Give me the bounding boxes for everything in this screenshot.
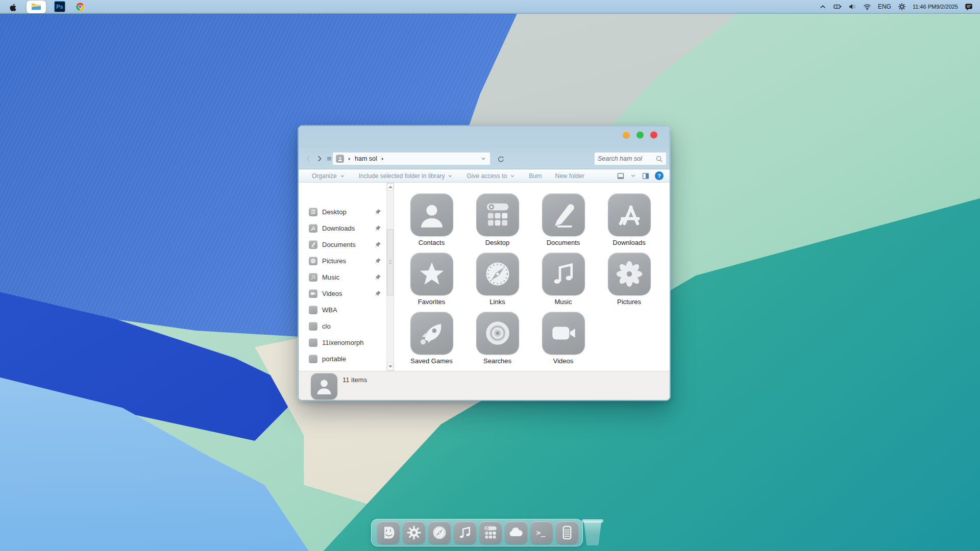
file-item-documents[interactable]: Documents bbox=[530, 193, 596, 253]
menubar-app-chrome[interactable] bbox=[74, 1, 87, 13]
breadcrumb[interactable]: ham sol bbox=[355, 155, 377, 162]
person-icon bbox=[410, 193, 453, 236]
status-bar: 11 items bbox=[299, 371, 670, 400]
file-item-links[interactable]: Links bbox=[464, 253, 530, 312]
view-dropdown-icon[interactable] bbox=[630, 172, 636, 179]
traffic-light-zoom[interactable] bbox=[636, 131, 644, 138]
sidebar-item-videos[interactable]: Videos bbox=[299, 285, 386, 302]
file-item-videos[interactable]: Videos bbox=[530, 312, 596, 371]
dock-item-weather[interactable] bbox=[505, 521, 527, 544]
address-bar[interactable]: ham sol bbox=[332, 152, 491, 165]
folder-icon bbox=[309, 355, 317, 363]
note-icon bbox=[309, 273, 317, 282]
dropdown-chevron-icon bbox=[509, 173, 516, 179]
trash-icon[interactable] bbox=[582, 518, 603, 546]
dock-item-music[interactable] bbox=[454, 521, 476, 544]
settings-icon[interactable] bbox=[898, 3, 906, 11]
sidebar-item-11ixenomorph[interactable]: 11ixenomorph bbox=[299, 334, 386, 350]
dropdown-chevron-icon bbox=[447, 173, 453, 179]
wifi-icon[interactable] bbox=[863, 3, 871, 11]
notifications-icon[interactable] bbox=[965, 3, 973, 11]
compass-icon bbox=[476, 253, 519, 295]
battery-icon[interactable] bbox=[834, 3, 842, 11]
folder-icon bbox=[309, 306, 317, 314]
command-toolbar: OrganizeInclude selected folder in libra… bbox=[299, 169, 670, 183]
sidebar-scrollbar[interactable] bbox=[386, 183, 394, 371]
menubar-app-file-explorer[interactable] bbox=[27, 1, 46, 13]
file-item-favorites[interactable]: Favorites bbox=[399, 253, 464, 312]
pin-icon[interactable] bbox=[375, 290, 381, 297]
address-dropdown-icon[interactable] bbox=[480, 155, 487, 162]
sidebar-item-clo[interactable]: clo bbox=[299, 318, 386, 334]
time: 11:46 PM bbox=[913, 4, 936, 10]
toolbar-button-give-access-to[interactable]: Give access to bbox=[467, 172, 516, 180]
scrollbar-up-arrow[interactable] bbox=[387, 183, 394, 191]
file-item-music[interactable]: Music bbox=[530, 253, 596, 312]
sidebar-item-documents[interactable]: Documents bbox=[299, 236, 386, 253]
refresh-button[interactable] bbox=[495, 153, 506, 164]
pen-icon bbox=[309, 240, 317, 249]
folder-location-icon bbox=[336, 155, 344, 163]
disc-icon bbox=[476, 312, 519, 355]
dock-item-finder[interactable] bbox=[377, 521, 400, 544]
traffic-light-minimize[interactable] bbox=[623, 131, 630, 138]
help-button[interactable]: ? bbox=[655, 171, 664, 180]
selected-folder-icon bbox=[311, 373, 337, 399]
scrollbar-thumb[interactable] bbox=[387, 229, 394, 295]
folder-icon bbox=[309, 338, 317, 347]
dock-item-safari[interactable] bbox=[428, 521, 451, 544]
volume-icon[interactable] bbox=[848, 3, 856, 11]
item-count: 11 items bbox=[342, 376, 367, 384]
pin-icon[interactable] bbox=[375, 258, 381, 264]
menu-bar: Ps ENG11:46 PM9/2/2025 bbox=[0, 0, 980, 14]
window-titlebar[interactable] bbox=[299, 126, 670, 148]
dock-item-launchpad[interactable] bbox=[479, 521, 502, 544]
search-input[interactable] bbox=[598, 155, 655, 162]
traffic-light-close[interactable] bbox=[650, 131, 657, 138]
flower-icon bbox=[309, 257, 317, 265]
sidebar-item-pictures[interactable]: Pictures bbox=[299, 253, 386, 269]
clock[interactable]: 11:46 PM9/2/2025 bbox=[913, 4, 958, 10]
change-view-icon[interactable] bbox=[617, 172, 625, 180]
toolbar-button-organize[interactable]: Organize bbox=[312, 172, 346, 180]
file-item-contacts[interactable]: Contacts bbox=[399, 193, 464, 253]
pin-icon[interactable] bbox=[375, 274, 381, 281]
scrollbar-down-arrow[interactable] bbox=[387, 363, 394, 370]
flower-icon bbox=[608, 253, 651, 295]
launchpad-icon bbox=[476, 193, 519, 236]
date: 9/2/2025 bbox=[936, 4, 958, 10]
dock-item-system-preferences[interactable] bbox=[403, 521, 425, 544]
preview-pane-icon[interactable] bbox=[642, 172, 650, 180]
dock-item-terminal[interactable]: >_ bbox=[530, 521, 553, 544]
file-item-downloads[interactable]: Downloads bbox=[596, 193, 662, 253]
navigation-pane: DesktopDownloadsDocumentsPicturesMusicVi… bbox=[299, 183, 386, 371]
explorer-icon bbox=[31, 1, 42, 12]
note-icon bbox=[542, 253, 585, 295]
pin-icon[interactable] bbox=[375, 225, 381, 232]
menubar-app-apple-menu[interactable] bbox=[6, 1, 19, 13]
file-item-searches[interactable]: Searches bbox=[464, 312, 530, 371]
launchpad-icon bbox=[309, 208, 317, 216]
file-item-desktop[interactable]: Desktop bbox=[464, 193, 530, 253]
sidebar-item-desktop[interactable]: Desktop bbox=[299, 204, 386, 220]
toolbar-button-burn[interactable]: Burn bbox=[529, 172, 542, 180]
back-button[interactable] bbox=[303, 153, 314, 165]
pin-icon[interactable] bbox=[375, 209, 381, 215]
language-indicator[interactable]: ENG bbox=[878, 3, 891, 10]
sidebar-item-downloads[interactable]: Downloads bbox=[299, 220, 386, 236]
sidebar-item-portable[interactable]: portable bbox=[299, 350, 386, 367]
tray-expand-icon[interactable] bbox=[819, 3, 827, 11]
breadcrumb-separator-icon bbox=[380, 156, 385, 162]
dock-item-device-keypad[interactable] bbox=[556, 521, 578, 544]
toolbar-button-include-selected-folder-in-library[interactable]: Include selected folder in library bbox=[359, 172, 454, 180]
forward-button[interactable] bbox=[314, 153, 325, 165]
sidebar-item-music[interactable]: Music bbox=[299, 269, 386, 285]
dropdown-chevron-icon bbox=[339, 173, 346, 179]
menubar-app-photoshop[interactable]: Ps bbox=[53, 1, 66, 13]
file-item-pictures[interactable]: Pictures bbox=[596, 253, 662, 312]
search-box bbox=[594, 152, 667, 165]
pin-icon[interactable] bbox=[375, 241, 381, 248]
file-item-saved-games[interactable]: Saved Games bbox=[399, 312, 464, 371]
toolbar-button-new-folder[interactable]: New folder bbox=[555, 172, 584, 180]
sidebar-item-wba[interactable]: WBA bbox=[299, 302, 386, 318]
